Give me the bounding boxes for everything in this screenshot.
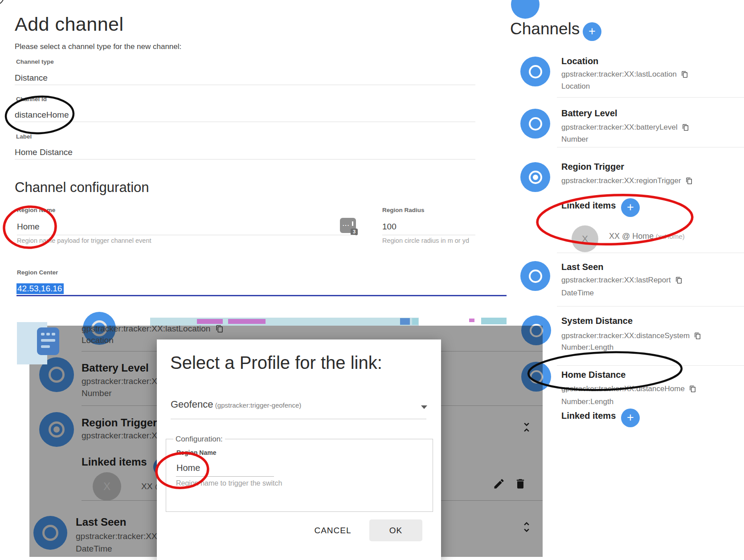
profile-select-uid: (gpstracker:trigger-geofence)	[215, 401, 301, 409]
dialog-region-name-helper: Region name to trigger the switch	[176, 479, 282, 487]
dialog-title: Select a Profile for the link:	[170, 353, 437, 373]
keypad-icon[interactable]	[37, 327, 59, 355]
profile-select-value: Geofence	[171, 399, 213, 410]
dialog-region-name-underline	[176, 476, 274, 477]
cancel-button[interactable]: CANCEL	[304, 526, 362, 535]
dialog-region-name-input[interactable]: Home	[176, 463, 200, 473]
profile-dialog: Select a Profile for the link: Geofence …	[157, 339, 441, 560]
profile-select[interactable]: Geofence (gpstracker:trigger-geofence)	[171, 399, 301, 410]
profile-select-underline	[171, 419, 426, 419]
app-window: Add channel Please select a channel type…	[0, 0, 744, 560]
configuration-fieldset: Configuration: Region Name Home Region n…	[166, 439, 433, 512]
ok-button[interactable]: OK	[369, 519, 422, 541]
dialog-region-name-label: Region Name	[176, 449, 216, 456]
fieldset-legend: Configuration:	[173, 435, 225, 444]
chevron-down-icon[interactable]	[421, 405, 427, 409]
